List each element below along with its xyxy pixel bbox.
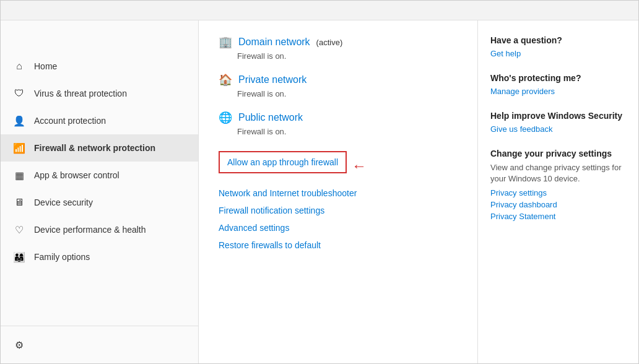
links-section: Allow an app through firewall←Network an… [219, 151, 458, 250]
family-icon: 👨‍👩‍👧 [13, 251, 25, 263]
sidebar-item-family[interactable]: 👨‍👩‍👧 Family options [1, 243, 198, 271]
sidebar-label-home: Home [34, 61, 57, 71]
network-item-public[interactable]: 🌐 Public network Firewall is on. [219, 111, 458, 136]
right-link-privacy-settings[interactable]: Privacy settings [490, 188, 626, 197]
sidebar-item-account[interactable]: 👤 Account protection [1, 107, 198, 134]
private-status: Firewall is on. [237, 89, 458, 98]
sidebar-item-device-health[interactable]: ♡ Device performance & health [1, 216, 198, 243]
app-window: ⌂ Home 🛡 Virus & threat protection 👤 Acc… [0, 0, 639, 364]
private-network-icon: 🏠 [219, 73, 232, 87]
arrow-annotation: ← [352, 157, 367, 175]
sidebar-item-virus[interactable]: 🛡 Virus & threat protection [1, 80, 198, 107]
sidebar-item-device-security[interactable]: 🖥 Device security [1, 189, 198, 216]
maximize-button[interactable] [574, 1, 602, 20]
right-section-improve: Help improve Windows SecurityGive us fee… [490, 111, 626, 134]
domain-network-title: Domain network [238, 37, 310, 48]
sidebar-label-app: App & browser control [34, 170, 120, 180]
settings-icon: ⚙ [13, 339, 25, 351]
advanced-settings-link[interactable]: Advanced settings [219, 223, 458, 233]
sidebar-item-home[interactable]: ⌂ Home [1, 53, 198, 80]
sidebar-item-app[interactable]: ▦ App & browser control [1, 162, 198, 189]
network-header-private: 🏠 Private network [219, 73, 458, 87]
sidebar: ⌂ Home 🛡 Virus & threat protection 👤 Acc… [1, 20, 199, 363]
right-section-who-protecting: Who's protecting me?Manage providers [490, 73, 626, 96]
firewall-notifications-link[interactable]: Firewall notification settings [219, 206, 458, 215]
networks-container: 🏢 Domain network (active) Firewall is on… [219, 35, 458, 136]
right-section-title-improve: Help improve Windows Security [490, 111, 626, 121]
right-section-title-have-question: Have a question? [490, 35, 626, 45]
sidebar-label-firewall: Firewall & network protection [34, 143, 155, 153]
domain-badge: (active) [316, 38, 343, 47]
right-link-privacy-statement[interactable]: Privacy Statement [490, 212, 626, 221]
sidebar-footer: ⚙ [1, 326, 198, 363]
app-icon: ▦ [13, 169, 25, 181]
sidebar-label-account: Account protection [34, 116, 106, 126]
main-content: 🏢 Domain network (active) Firewall is on… [199, 20, 638, 363]
right-section-privacy: Change your privacy settingsView and cha… [490, 149, 626, 221]
account-icon: 👤 [13, 115, 25, 127]
titlebar [1, 1, 638, 20]
sidebar-label-device-health: Device performance & health [34, 225, 146, 235]
network-item-private[interactable]: 🏠 Private network Firewall is on. [219, 73, 458, 98]
allow-app-link[interactable]: Allow an app through firewall [219, 151, 347, 173]
network-troubleshooter-link[interactable]: Network and Internet troubleshooter [219, 188, 458, 198]
right-section-text-privacy: View and change privacy settings for you… [490, 162, 626, 184]
public-network-title: Public network [238, 112, 303, 123]
content-area: ⌂ Home 🛡 Virus & threat protection 👤 Acc… [1, 20, 638, 363]
public-network-icon: 🌐 [219, 111, 232, 124]
window-controls [546, 1, 631, 20]
public-status: Firewall is on. [237, 127, 458, 136]
allow-app-wrapper: Allow an app through firewall← [219, 151, 458, 181]
right-link-give-feedback[interactable]: Give us feedback [490, 124, 626, 134]
right-section-have-question: Have a question?Get help [490, 35, 626, 58]
network-header-public: 🌐 Public network [219, 111, 458, 124]
sidebar-header [1, 20, 198, 53]
right-section-title-privacy: Change your privacy settings [490, 149, 626, 158]
right-section-title-who-protecting: Who's protecting me? [490, 73, 626, 83]
network-item-domain[interactable]: 🏢 Domain network (active) Firewall is on… [219, 35, 458, 61]
right-link-manage-providers[interactable]: Manage providers [490, 87, 626, 96]
firewall-icon: 📶 [13, 142, 25, 154]
network-header-domain: 🏢 Domain network (active) [219, 35, 458, 49]
private-network-title: Private network [238, 74, 306, 85]
domain-network-icon: 🏢 [219, 35, 232, 49]
restore-defaults-link[interactable]: Restore firewalls to default [219, 240, 458, 250]
right-link-get-help[interactable]: Get help [490, 49, 626, 58]
sidebar-nav: ⌂ Home 🛡 Virus & threat protection 👤 Acc… [1, 53, 198, 326]
sidebar-item-firewall[interactable]: 📶 Firewall & network protection [1, 134, 198, 162]
sidebar-item-settings[interactable]: ⚙ [1, 331, 198, 358]
close-button[interactable] [602, 1, 631, 20]
virus-icon: 🛡 [13, 87, 25, 100]
center-panel: 🏢 Domain network (active) Firewall is on… [199, 20, 477, 363]
sidebar-label-device-security: Device security [34, 197, 93, 207]
right-panel: Have a question?Get helpWho's protecting… [477, 20, 638, 363]
domain-status: Firewall is on. [237, 51, 458, 61]
sidebar-label-virus: Virus & threat protection [34, 89, 127, 98]
sidebar-label-family: Family options [34, 252, 90, 262]
right-link-privacy-dashboard[interactable]: Privacy dashboard [490, 200, 626, 209]
device-health-icon: ♡ [13, 223, 25, 236]
home-icon: ⌂ [13, 60, 25, 72]
device-security-icon: 🖥 [13, 196, 25, 209]
minimize-button[interactable] [546, 1, 574, 20]
